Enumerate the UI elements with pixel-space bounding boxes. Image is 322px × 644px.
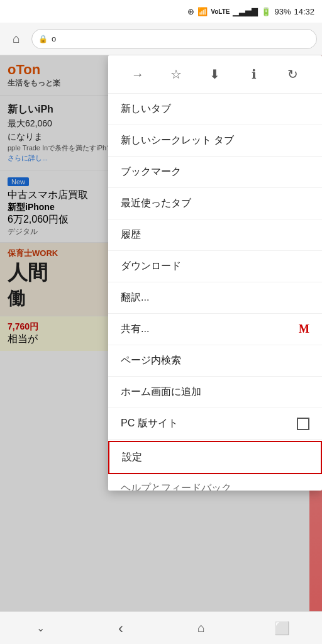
menu-item-page-search[interactable]: ページ内検索 xyxy=(108,345,322,377)
nav-home-button[interactable]: ⌂ xyxy=(186,617,216,640)
clock: 14:32 xyxy=(294,7,314,16)
dropdown-menu: → ☆ ⬇ ℹ ↻ 新しいタブ 新しいシークレット タブ ブックマーク 最近使っ… xyxy=(108,55,322,491)
menu-item-help: ヘルプとフィードバック xyxy=(108,475,322,491)
menu-item-add-home[interactable]: ホーム画面に追加 xyxy=(108,377,322,408)
address-text: o xyxy=(52,34,56,43)
menu-item-recent-tab[interactable]: 最近使ったタブ xyxy=(108,188,322,219)
menu-item-download[interactable]: ダウンロード xyxy=(108,251,322,282)
status-icons: ⊕ 📶 VoLTE ▁▃▅▇ 🔋 93% 14:32 xyxy=(187,7,314,16)
share-gmail-icon: M xyxy=(299,323,309,336)
volte-icon: VoLTE xyxy=(211,8,230,15)
menu-item-share[interactable]: 共有... M xyxy=(108,314,322,345)
battery-icon: 🔋 xyxy=(261,7,271,16)
menu-item-history[interactable]: 履歴 xyxy=(108,219,322,251)
menu-item-settings[interactable]: 設定 xyxy=(108,441,322,474)
menu-toolbar: → ☆ ⬇ ℹ ↻ xyxy=(108,55,322,94)
menu-item-bookmark[interactable]: ブックマーク xyxy=(108,157,322,188)
page-background: oTon 生活をもっと楽 新しいiPh 最大62,060 になりま pple T… xyxy=(0,55,322,611)
battery-percent: 93% xyxy=(274,7,291,16)
wifi-icon: 📶 xyxy=(197,7,208,16)
pc-site-checkbox[interactable] xyxy=(297,418,309,430)
address-bar[interactable]: 🔒 o xyxy=(31,29,317,49)
menu-item-new-tab[interactable]: 新しいタブ xyxy=(108,94,322,125)
nav-recents-button[interactable]: ⬜ xyxy=(267,617,297,640)
lock-icon: 🔒 xyxy=(38,35,48,43)
menu-item-pc-site[interactable]: PC 版サイト xyxy=(108,408,322,440)
home-button[interactable]: ⌂ xyxy=(5,31,28,46)
info-button[interactable]: ℹ xyxy=(243,63,265,86)
nav-down-button[interactable]: ⌄ xyxy=(25,617,55,640)
add-icon: ⊕ xyxy=(187,7,194,16)
nav-back-button[interactable]: ‹ xyxy=(106,617,136,640)
menu-item-translate[interactable]: 翻訳... xyxy=(108,282,322,314)
signal-icon: ▁▃▅▇ xyxy=(233,7,258,16)
download-button[interactable]: ⬇ xyxy=(204,63,226,86)
refresh-button[interactable]: ↻ xyxy=(281,63,304,86)
status-bar: ⊕ 📶 VoLTE ▁▃▅▇ 🔋 93% 14:32 xyxy=(0,0,322,23)
browser-chrome: ⌂ 🔒 o xyxy=(0,23,322,55)
bookmark-button[interactable]: ☆ xyxy=(165,63,187,86)
nav-bar: ⌄ ‹ ⌂ ⬜ xyxy=(0,611,322,644)
menu-item-incognito-tab[interactable]: 新しいシークレット タブ xyxy=(108,125,322,157)
forward-button[interactable]: → xyxy=(126,63,149,86)
